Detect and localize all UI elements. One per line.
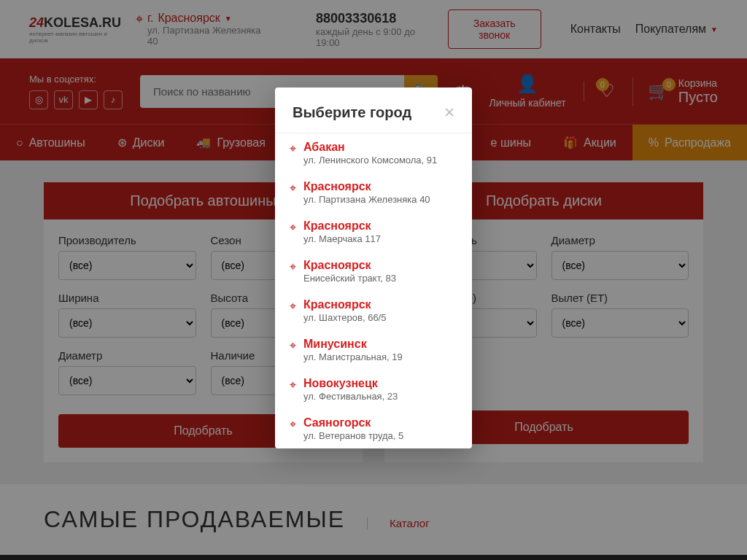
city-option-name: Красноярск — [303, 219, 381, 233]
pin-icon: ⌖ — [290, 182, 296, 195]
city-option-name: Абакан — [303, 141, 437, 154]
city-option-name: Красноярск — [303, 180, 430, 193]
city-option-name: Минусинск — [303, 338, 403, 351]
city-option[interactable]: ⌖Минусинскул. Магистральная, 19 — [275, 330, 472, 370]
pin-icon: ⌖ — [290, 300, 296, 313]
city-option-name: Красноярск — [303, 259, 396, 272]
pin-icon: ⌖ — [290, 339, 296, 352]
city-option-name: Красноярск — [303, 298, 386, 311]
city-option[interactable]: ⌖Красноярскул. Партизана Железняка 40 — [275, 173, 472, 212]
modal-title: Выберите город — [293, 104, 411, 121]
city-option-addr: ул. Шахтеров, 66/5 — [303, 312, 386, 323]
city-option-addr: ул. Ветеранов труда, 5 — [303, 430, 403, 441]
pin-icon: ⌖ — [290, 378, 296, 392]
city-option-name: Саяногорск — [303, 416, 403, 429]
pin-icon: ⌖ — [290, 142, 296, 155]
city-option[interactable]: ⌖Абаканул. Ленинского Комсомола, 91 — [275, 133, 472, 173]
pin-icon: ⌖ — [290, 418, 296, 431]
city-option[interactable]: ⌖Новокузнецкул. Фестивальная, 23 — [275, 370, 472, 409]
city-option[interactable]: ⌖Красноярскул. Шахтеров, 66/5 — [275, 291, 472, 330]
city-option-addr: ул. Партизана Железняка 40 — [303, 194, 430, 205]
city-option-addr: ул. Фестивальная, 23 — [303, 391, 398, 402]
city-option[interactable]: ⌖Саяногорскул. Ветеранов труда, 5 — [275, 409, 472, 448]
city-option-addr: ул. Маерчака 117 — [303, 233, 381, 244]
close-button[interactable]: × — [444, 102, 454, 122]
pin-icon: ⌖ — [290, 260, 296, 273]
city-modal: Выберите город × ⌖Абаканул. Ленинского К… — [275, 88, 472, 448]
pin-icon: ⌖ — [290, 221, 296, 234]
city-option-addr: Енисейский тракт, 83 — [303, 273, 396, 284]
city-option-addr: ул. Магистральная, 19 — [303, 351, 403, 362]
city-option[interactable]: ⌖КрасноярскЕнисейский тракт, 83 — [275, 252, 472, 291]
city-option-name: Новокузнецк — [303, 377, 398, 390]
city-option-addr: ул. Ленинского Комсомола, 91 — [303, 155, 437, 166]
city-option[interactable]: ⌖Красноярскул. Маерчака 117 — [275, 212, 472, 252]
